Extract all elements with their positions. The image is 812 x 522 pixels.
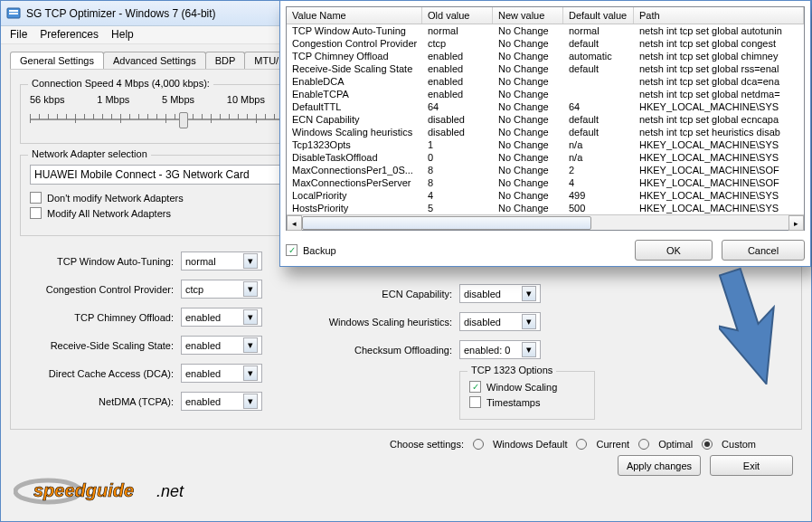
chevron-down-icon[interactable]: ▾: [243, 281, 258, 297]
tab-bdp[interactable]: BDP: [205, 52, 246, 69]
chevron-down-icon[interactable]: ▾: [243, 394, 258, 409]
exit-button[interactable]: Exit: [710, 455, 793, 476]
label: Congestion Control Provider:: [20, 284, 174, 295]
speed-label: 10 Mbps: [227, 94, 265, 105]
label: Windows Scaling heuristics:: [307, 317, 452, 327]
menu-help[interactable]: Help: [111, 28, 134, 42]
svg-text:speedguide: speedguide: [33, 480, 134, 500]
table-row[interactable]: EnableTCPAenabledNo Changenetsh int tcp …: [287, 88, 804, 100]
tcp1323-legend: TCP 1323 Options: [467, 365, 556, 375]
checkbox-icon: [30, 207, 42, 219]
checkbox-icon: ✓: [469, 381, 481, 393]
checkbox-icon: ✓: [286, 244, 297, 256]
col-new-value[interactable]: New value: [493, 7, 563, 24]
radio-optimal[interactable]: [638, 439, 649, 450]
menu-file[interactable]: File: [10, 28, 27, 42]
adapter-select[interactable]: HUAWEI Mobile Connect - 3G Network Card …: [30, 165, 310, 185]
congestion-select[interactable]: ctcp▾: [181, 280, 262, 299]
scroll-right-icon[interactable]: ▸: [788, 215, 804, 231]
table-row[interactable]: Receive-Side Scaling StateenabledNo Chan…: [287, 62, 804, 75]
table-row[interactable]: Tcp1323Opts1No Changen/aHKEY_LOCAL_MACHI…: [287, 138, 804, 151]
bottom-bar: Choose settings: Windows Default Current…: [10, 439, 802, 450]
settings-grid: TCP Window Auto-Tuning:normal▾ Congestio…: [20, 247, 792, 420]
chevron-down-icon[interactable]: ▾: [243, 337, 258, 353]
netdma-select[interactable]: enabled▾: [181, 392, 262, 411]
label: ECN Capability:: [307, 289, 452, 299]
bottom-buttons: Apply changes Exit: [10, 455, 802, 476]
checksum-select[interactable]: enabled: 0▾: [459, 340, 541, 359]
ok-button[interactable]: OK: [635, 240, 713, 261]
ecn-select[interactable]: disabled▾: [459, 284, 541, 303]
table-row[interactable]: ECN CapabilitydisabledNo Changedefaultne…: [287, 113, 804, 126]
window-scaling-checkbox[interactable]: ✓Window Scaling: [469, 381, 585, 393]
listview-header: Value Name Old value New value Default v…: [287, 7, 804, 24]
table-row[interactable]: Congestion Control ProviderctcpNo Change…: [287, 37, 804, 50]
table-row[interactable]: DisableTaskOffload0No Changen/aHKEY_LOCA…: [287, 151, 804, 164]
table-row[interactable]: MaxConnectionsPer1_0S...8No Change2HKEY_…: [287, 164, 804, 176]
svg-text:.net: .net: [156, 482, 184, 500]
dca-select[interactable]: enabled▾: [181, 364, 262, 383]
scrollbar-thumb[interactable]: [302, 216, 591, 230]
chevron-down-icon[interactable]: ▾: [243, 253, 258, 269]
col-value-name[interactable]: Value Name: [287, 7, 422, 24]
radio-custom[interactable]: [702, 439, 713, 450]
confirm-dialog: Value Name Old value New value Default v…: [279, 0, 811, 267]
changes-listview: Value Name Old value New value Default v…: [286, 6, 805, 231]
table-row[interactable]: TCP Chimney OffloadenabledNo Changeautom…: [287, 50, 804, 62]
timestamps-checkbox[interactable]: Timestamps: [469, 396, 585, 408]
radio-windows-default[interactable]: [473, 439, 484, 450]
cancel-button[interactable]: Cancel: [722, 240, 805, 261]
svg-rect-1: [9, 10, 18, 12]
speed-label: 1 Mbps: [97, 94, 129, 105]
speed-label: 5 Mbps: [162, 94, 194, 105]
label: TCP Window Auto-Tuning:: [20, 256, 174, 267]
chevron-down-icon[interactable]: ▾: [522, 286, 536, 301]
auto-tuning-select[interactable]: normal▾: [181, 252, 262, 270]
radio-current[interactable]: [576, 439, 587, 450]
listview-body[interactable]: TCP Window Auto-TuningnormalNo Changenor…: [287, 24, 804, 214]
label: NetDMA (TCPA):: [20, 396, 174, 407]
table-row[interactable]: LocalPriority4No Change499HKEY_LOCAL_MAC…: [287, 189, 804, 202]
speed-label: 56 kbps: [30, 94, 65, 105]
rss-select[interactable]: enabled▾: [181, 336, 262, 355]
connection-speed-legend: Connection Speed 4 Mbps (4,000 kbps):: [28, 78, 213, 89]
table-row[interactable]: MaxConnectionsPerServer8No Change4HKEY_L…: [287, 176, 804, 189]
chevron-down-icon[interactable]: ▾: [243, 365, 258, 381]
col-path[interactable]: Path: [634, 7, 804, 24]
horizontal-scrollbar[interactable]: ◂ ▸: [287, 214, 804, 230]
col-old-value[interactable]: Old value: [422, 7, 493, 24]
table-row[interactable]: Windows Scaling heuristicsdisabledNo Cha…: [287, 126, 804, 138]
checkbox-icon: [30, 192, 42, 204]
checkbox-icon: [469, 396, 481, 408]
window-title: SG TCP Optimizer - Windows 7 (64-bit): [26, 7, 216, 20]
table-row[interactable]: EnableDCAenabledNo Changenetsh int tcp s…: [287, 75, 804, 88]
choose-settings: Choose settings: Windows Default Current…: [390, 439, 756, 450]
table-row[interactable]: HostsPriority5No Change500HKEY_LOCAL_MAC…: [287, 202, 804, 214]
chevron-down-icon[interactable]: ▾: [243, 309, 258, 325]
wsh-select[interactable]: disabled▾: [459, 312, 541, 331]
svg-rect-2: [9, 13, 18, 14]
tab-advanced[interactable]: Advanced Settings: [103, 52, 206, 69]
slider-thumb[interactable]: [179, 112, 188, 128]
backup-checkbox[interactable]: ✓Backup: [286, 244, 336, 256]
label: TCP Chimney Offload:: [20, 312, 174, 323]
app-icon: [6, 6, 21, 21]
tcp1323-group: TCP 1323 Options ✓Window Scaling Timesta…: [459, 371, 595, 420]
tab-general[interactable]: General Settings: [10, 52, 104, 69]
adapter-legend: Network Adapter selection: [28, 148, 151, 159]
table-row[interactable]: TCP Window Auto-TuningnormalNo Changenor…: [287, 24, 804, 37]
settings-col-left: TCP Window Auto-Tuning:normal▾ Congestio…: [20, 247, 262, 420]
apply-changes-button[interactable]: Apply changes: [618, 455, 701, 476]
menu-preferences[interactable]: Preferences: [40, 28, 99, 42]
chimney-select[interactable]: enabled▾: [181, 308, 262, 327]
speedguide-logo: speedguide.net: [14, 474, 203, 508]
scroll-left-icon[interactable]: ◂: [287, 215, 302, 231]
label: Direct Cache Access (DCA):: [20, 368, 174, 379]
table-row[interactable]: DefaultTTL64No Change64HKEY_LOCAL_MACHIN…: [287, 100, 804, 113]
label: Receive-Side Scaling State:: [20, 340, 174, 351]
adapter-value: HUAWEI Mobile Connect - 3G Network Card: [34, 168, 250, 181]
col-default-value[interactable]: Default value: [563, 7, 634, 24]
chevron-down-icon[interactable]: ▾: [522, 314, 536, 329]
chevron-down-icon[interactable]: ▾: [522, 342, 536, 357]
settings-col-right: ECN Capability:disabled▾ Windows Scaling…: [307, 247, 595, 420]
